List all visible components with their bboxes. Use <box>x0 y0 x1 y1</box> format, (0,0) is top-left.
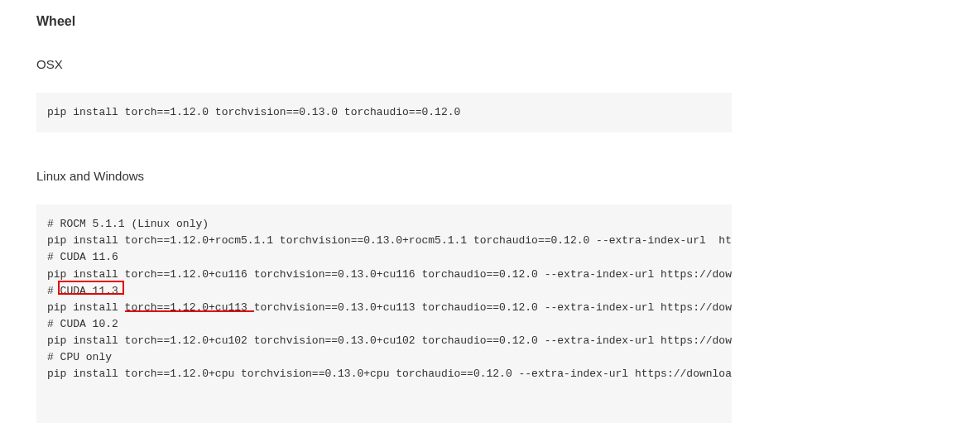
code-line: # CUDA 11.3 <box>47 285 118 297</box>
code-line: # CUDA 10.2 <box>47 318 118 330</box>
heading-linux-windows: Linux and Windows <box>36 169 732 183</box>
code-line: # CPU only <box>47 351 112 363</box>
code-line: # CUDA 11.6 <box>47 251 118 263</box>
heading-osx: OSX <box>36 57 732 71</box>
code-line: # ROCM 5.1.1 (Linux only) <box>47 218 209 230</box>
code-line: pip install torch==1.12.0 torchvision==0… <box>47 106 460 118</box>
code-line: pip install torch==1.12.0+cu102 torchvis… <box>47 334 732 347</box>
code-block-osx[interactable]: pip install torch==1.12.0 torchvision==0… <box>36 93 732 132</box>
code-line: pip install torch==1.12.0+cu116 torchvis… <box>47 268 732 281</box>
code-line: pip install torch==1.12.0+cu113 torchvis… <box>47 301 732 314</box>
code-block-linux-windows[interactable]: # ROCM 5.1.1 (Linux only) pip install to… <box>36 204 732 423</box>
code-line: pip install torch==1.12.0+rocm5.1.1 torc… <box>47 234 732 247</box>
article-content: Wheel OSX pip install torch==1.12.0 torc… <box>36 14 732 423</box>
heading-wheel: Wheel <box>36 14 732 29</box>
code-line: pip install torch==1.12.0+cpu torchvisio… <box>47 368 732 380</box>
